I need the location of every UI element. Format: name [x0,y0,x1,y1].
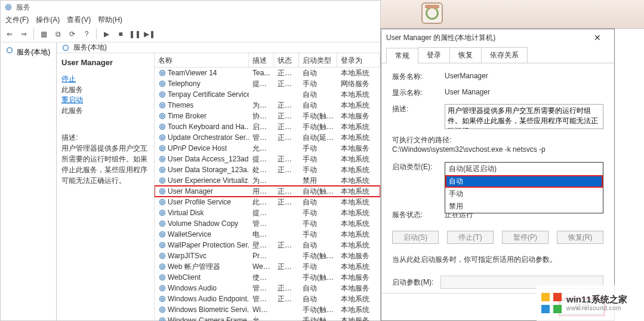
exe-path-label: 可执行文件的路径: [392,135,603,145]
svg-point-45 [161,287,164,289]
pause-service-button[interactable]: ❚❚ [128,27,141,41]
table-row[interactable]: Time Broker协调...正在...手动(触发...本地服务 [155,111,380,121]
stop-button[interactable]: 停止(T) [447,231,494,244]
table-row[interactable]: Windows Biometric Servi...Win...手动(触发...… [155,304,380,315]
start-service-button[interactable]: ▶ [100,27,113,41]
table-row[interactable]: User Profile Service此服...正在...自动本地系统 [155,197,380,207]
table-row[interactable]: Windows Camera Frame ...允许...手动(触发...本地服… [155,315,380,321]
startup-type-dropdown: 自动(延迟启动) 自动 手动 禁用 [445,162,603,213]
menu-view[interactable]: 查看(V) [64,14,93,26]
startup-option[interactable]: 手动 [445,188,603,200]
svg-point-12 [160,114,165,119]
menu-help[interactable]: 帮助(H) [95,14,125,26]
help-button[interactable]: ? [80,27,93,41]
row-desc: 此服... [249,197,274,208]
row-status [274,180,299,181]
row-startup: 手动 [299,164,337,176]
svg-point-1 [7,6,10,8]
menu-file[interactable]: 文件(F) [3,14,31,26]
svg-point-5 [161,72,164,74]
row-desc: 电子... [249,229,274,240]
table-row[interactable]: Tenpay Certificate Service自动本地系统 [155,89,380,100]
tab-dependencies[interactable]: 依存关系 [481,47,528,63]
tab-general[interactable]: 常规 [386,48,418,63]
row-name: Windows Biometric Servi... [168,305,249,314]
table-row[interactable]: User Data Access_123ad...提供...正在...手动本地系… [155,154,380,164]
svg-point-42 [160,275,165,280]
table-row[interactable]: User Experience Virtualiz...为应...禁用本地系统 [155,175,380,186]
table-row[interactable]: User Manager用户...正在...自动(触发...本地系统 [155,186,380,197]
table-row[interactable]: Telephony提供...正在...手动网络服务 [155,78,380,89]
row-name: User Data Access_123ad... [168,155,249,163]
col-status[interactable]: 状态 [274,53,299,67]
svg-point-38 [160,253,165,259]
table-row[interactable]: WallPaper Protection Ser...壁纸...正在...自动本… [155,240,380,250]
watermark-title: win11系统之家 [566,294,627,305]
table-row[interactable]: Web 帐户管理器Web...正在...手动本地系统 [155,261,380,272]
export-button[interactable]: ⧉ [51,27,64,41]
row-desc: 管理... [249,283,274,294]
table-row[interactable]: Update Orchestrator Ser...管理...正在...自动(延… [155,132,380,143]
detail-title: 服务(本地) [73,42,107,53]
close-icon[interactable]: ✕ [586,33,609,42]
table-row[interactable]: Touch Keyboard and Ha...启用...正在...手动(触发.… [155,121,380,132]
restart-service-button[interactable]: ▶❚ [143,27,156,41]
table-row[interactable]: Themes为用...正在...自动本地系统 [155,100,380,111]
table-row[interactable]: Windows Audio管理...正在...自动本地服务 [155,283,380,294]
gear-icon [158,69,167,77]
forward-button[interactable]: ⇒ [17,27,30,41]
menu-action[interactable]: 操作(A) [33,14,62,26]
row-desc: 为应... [249,175,274,187]
row-name: Themes [168,101,193,109]
table-row[interactable]: Windows Audio Endpoint...管理...正在...自动本地系… [155,294,380,304]
table-row[interactable]: User Data Storage_123a...处理...正在...手动本地系… [155,164,380,175]
window-title: 服务 [16,2,30,13]
table-row[interactable]: TeamViewer 14Tea...正在...自动本地系统 [155,68,380,78]
resume-button[interactable]: 恢复(R) [557,231,603,244]
table-row[interactable]: WarpJITSvcProv...手动(触发...本地服务 [155,250,380,261]
refresh-button[interactable]: ⟳ [66,27,79,41]
pause-button[interactable]: 暂停(P) [502,231,549,244]
row-status [274,277,299,278]
svg-point-7 [161,82,164,85]
back-button[interactable]: ⇐ [3,27,16,41]
description-textarea[interactable] [445,104,603,129]
restart-service-link[interactable]: 重启动 [61,95,149,105]
row-startup: 自动(触发... [299,186,337,197]
col-name[interactable]: 名称 [155,53,249,67]
startup-option[interactable]: 自动(延迟启动) [445,163,603,175]
col-logon[interactable]: 登录为 [337,53,380,67]
tab-recovery[interactable]: 恢复 [449,47,482,63]
stop-service-button[interactable]: ■ [114,27,127,41]
show-hide-button[interactable]: ▦ [37,27,50,41]
row-startup: 手动 [299,218,337,230]
startup-note: 当从此处启动服务时，你可指定所适用的启动参数。 [392,255,603,265]
col-desc[interactable]: 描述 [249,53,274,67]
table-row[interactable]: WalletService电子...手动本地系统 [155,229,380,240]
row-startup: 手动 [299,207,337,219]
table-row[interactable]: WebClient使基...手动(触发...本地服务 [155,272,380,283]
col-startup[interactable]: 启动类型 [299,53,337,67]
row-startup: 手动(触发... [299,315,337,322]
row-name: WarpJITSvc [168,252,207,260]
svg-point-9 [161,93,164,96]
tab-logon[interactable]: 登录 [418,47,450,63]
nav-root-item[interactable]: 服务(本地) [3,45,54,59]
startup-option[interactable]: 禁用 [445,200,603,213]
svg-point-34 [160,232,165,237]
stop-service-link[interactable]: 停止 [61,74,149,84]
svg-point-29 [161,201,164,203]
svg-point-18 [160,146,165,151]
svg-point-14 [160,124,165,130]
row-logon: 本地系统 [337,304,380,316]
row-startup: 手动 [299,154,337,165]
startup-option[interactable]: 自动 [445,175,603,188]
row-name: TeamViewer 14 [168,69,217,77]
table-row[interactable]: UPnP Device Host允许...手动本地服务 [155,143,380,154]
row-status [274,94,299,95]
table-row[interactable]: Volume Shadow Copy管理...手动本地系统 [155,218,380,229]
table-row[interactable]: Virtual Disk提供...手动本地系统 [155,207,380,218]
gear-icon [158,176,167,185]
start-button[interactable]: 启动(S) [392,231,439,244]
row-desc: 为用... [249,100,274,111]
